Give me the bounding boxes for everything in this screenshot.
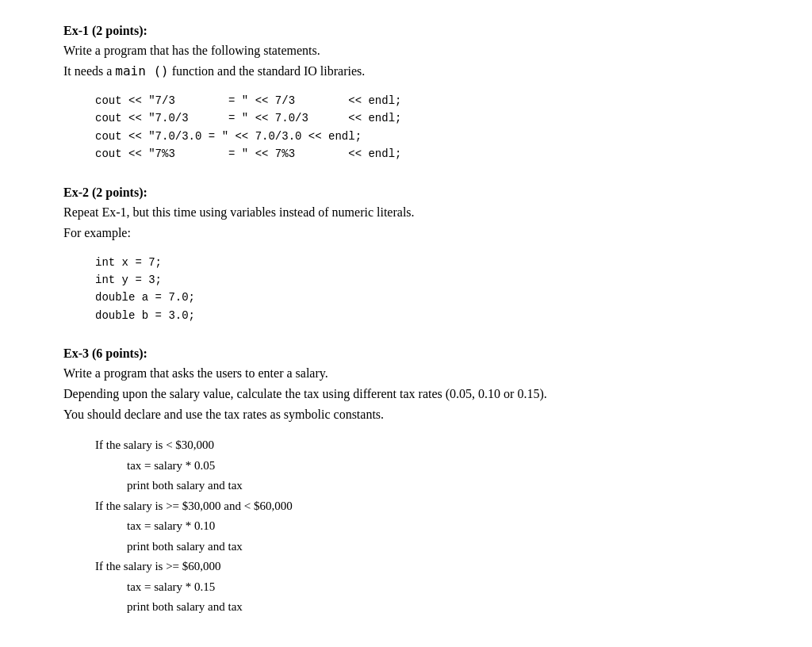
ex1-section: Ex-1 (2 points): Write a program that ha… <box>63 24 764 163</box>
ex3-cond3-print: print both salary and tax <box>127 597 764 618</box>
ex3-conditions: If the salary is < $30,000 tax = salary … <box>79 435 764 618</box>
ex2-code-block: int x = 7; int y = 3; double a = 7.0; do… <box>95 254 764 325</box>
ex1-line2: It needs a main () function and the stan… <box>63 62 764 81</box>
ex3-cond3-tax: tax = salary * 0.15 <box>127 577 764 598</box>
ex2-code-line3: double a = 7.0; <box>95 289 764 306</box>
ex3-line3: You should declare and use the tax rates… <box>63 405 764 424</box>
ex1-code-block: cout << "7/3 = " << 7/3 << endl; cout <<… <box>95 92 764 163</box>
ex1-code-line4: cout << "7%3 = " << 7%3 << endl; <box>95 145 764 163</box>
ex3-title: Ex-3 (6 points): <box>63 346 764 361</box>
ex2-line2: For example: <box>63 224 764 243</box>
ex1-title: Ex-1 (2 points): <box>63 24 764 38</box>
ex1-code-line3: cout << "7.0/3.0 = " << 7.0/3.0 << endl; <box>95 128 764 145</box>
ex3-section: Ex-3 (6 points): Write a program that as… <box>63 346 764 618</box>
ex1-code-line1: cout << "7/3 = " << 7/3 << endl; <box>95 92 764 109</box>
ex2-line1: Repeat Ex-1, but this time using variabl… <box>63 203 764 222</box>
ex3-cond3-if: If the salary is >= $60,000 <box>95 557 764 577</box>
ex2-title: Ex-2 (2 points): <box>63 186 764 200</box>
ex1-line1: Write a program that has the following s… <box>63 41 764 60</box>
ex3-cond1-if: If the salary is < $30,000 <box>95 435 764 456</box>
ex3-cond1-print: print both salary and tax <box>127 476 764 496</box>
ex2-body: Repeat Ex-1, but this time using variabl… <box>63 203 764 243</box>
ex2-code-line4: double b = 3.0; <box>95 307 764 324</box>
ex3-line2: Depending upon the salary value, calcula… <box>63 385 764 404</box>
ex3-cond1-tax: tax = salary * 0.05 <box>127 456 764 477</box>
ex2-section: Ex-2 (2 points): Repeat Ex-1, but this t… <box>63 186 764 325</box>
ex3-cond2-print: print both salary and tax <box>127 537 764 557</box>
ex2-code-line2: int y = 3; <box>95 271 764 289</box>
ex2-code-line1: int x = 7; <box>95 254 764 271</box>
ex1-code-line2: cout << "7.0/3 = " << 7.0/3 << endl; <box>95 109 764 127</box>
ex1-body: Write a program that has the following s… <box>63 41 764 81</box>
ex3-line1: Write a program that asks the users to e… <box>63 364 764 383</box>
ex3-body: Write a program that asks the users to e… <box>63 364 764 424</box>
ex3-cond2-tax: tax = salary * 0.10 <box>127 516 764 537</box>
ex3-cond2-if: If the salary is >= $30,000 and < $60,00… <box>95 496 764 517</box>
